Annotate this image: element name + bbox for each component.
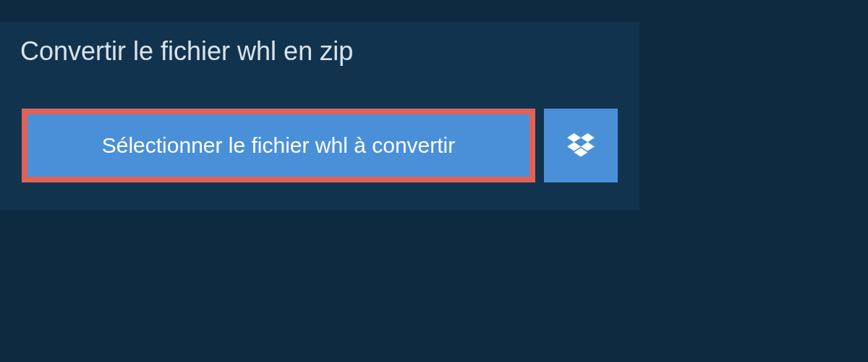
dropbox-button[interactable] [544, 109, 618, 182]
page-title: Convertir le fichier whl en zip [20, 36, 421, 67]
title-bar: Convertir le fichier whl en zip [0, 22, 441, 81]
converter-panel: Convertir le fichier whl en zip Sélectio… [0, 22, 639, 210]
dropbox-icon [567, 133, 595, 158]
select-file-label: Sélectionner le fichier whl à convertir [102, 133, 456, 158]
button-area: Sélectionner le fichier whl à convertir [0, 81, 639, 210]
select-file-button[interactable]: Sélectionner le fichier whl à convertir [22, 109, 535, 182]
